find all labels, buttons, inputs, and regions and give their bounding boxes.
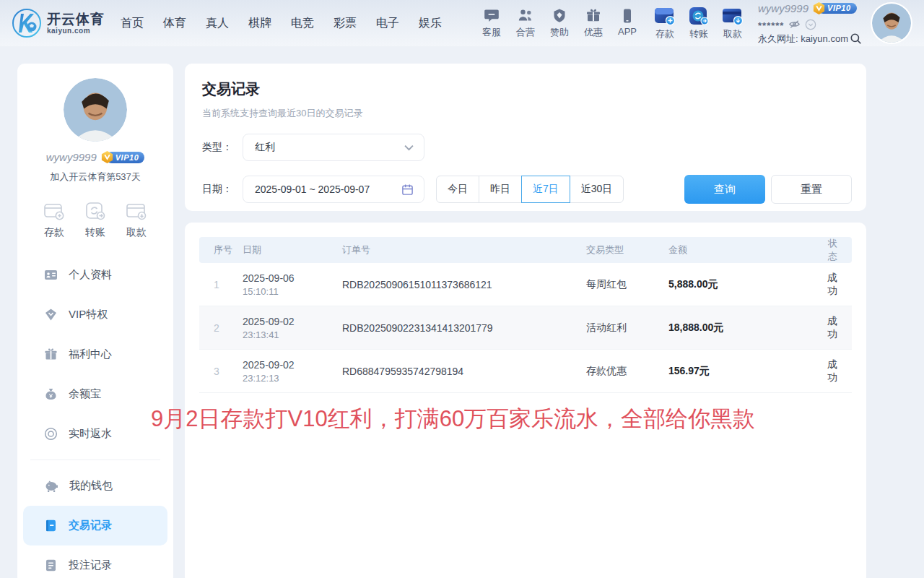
query-button[interactable]: 查询 <box>684 175 765 204</box>
date-label: 日期： <box>202 183 243 196</box>
promotions-button[interactable]: 优惠 <box>584 8 603 39</box>
range-today-button[interactable]: 今日 <box>436 176 479 203</box>
money-pouch-icon <box>44 387 58 401</box>
row-amount: 5,888.00元 <box>668 278 823 291</box>
row-amount: 156.97元 <box>668 365 823 378</box>
date-filter-row: 日期： 2025-09-01 ~ 2025-09-07 今日 昨日 近7日 近3… <box>202 175 852 204</box>
withdraw-card-icon <box>722 6 744 26</box>
page-title: 交易记录 <box>202 79 852 99</box>
row-date: 2025-09-02 <box>243 316 342 327</box>
partnership-button[interactable]: 合营 <box>516 8 535 39</box>
withdraw-button[interactable]: 取款 <box>722 6 744 40</box>
chat-icon <box>484 8 500 24</box>
username: wywy9999 <box>758 3 808 14</box>
range-7days-button[interactable]: 近7日 <box>521 176 570 203</box>
reset-button[interactable]: 重置 <box>771 175 852 204</box>
customer-service-label: 客服 <box>482 26 501 39</box>
search-icon[interactable] <box>850 33 862 45</box>
phone-icon <box>619 8 635 24</box>
transactions-table-card: 序号 日期 订单号 交易类型 金额 状态 1 2025-09-06 15:10:… <box>185 223 866 578</box>
nav-link-home[interactable]: 首页 <box>121 16 144 31</box>
date-range-input[interactable]: 2025-09-01 ~ 2025-09-07 <box>243 176 424 203</box>
sidebar-deposit-button[interactable]: 存款 <box>43 201 65 239</box>
customer-service-button[interactable]: 客服 <box>482 8 501 39</box>
sidebar-item-label: 实时返水 <box>69 427 112 441</box>
member-since-label: 加入开云体育第537天 <box>17 171 173 184</box>
chevron-circle-icon[interactable] <box>805 19 816 30</box>
transfer-icon <box>688 6 710 26</box>
range-30days-button[interactable]: 近30日 <box>570 176 624 203</box>
sidebar-item-welfare[interactable]: 福利中心 <box>17 335 173 374</box>
col-date: 日期 <box>243 243 342 256</box>
col-index: 序号 <box>199 243 243 256</box>
brand-name: 开云体育 <box>47 12 105 26</box>
row-status: 成功 <box>823 358 852 384</box>
nav-link-lottery[interactable]: 彩票 <box>334 16 357 31</box>
eye-off-icon[interactable] <box>788 18 801 30</box>
profile-vip-badge: VIP10 <box>100 150 144 164</box>
sidebar-item-yuebao[interactable]: 余额宝 <box>17 374 173 414</box>
type-filter-row: 类型： 红利 <box>202 134 852 161</box>
app-download-button[interactable]: APP <box>618 8 637 39</box>
deposit-button[interactable]: 存款 <box>654 6 676 40</box>
type-select[interactable]: 红利 <box>243 134 424 161</box>
partnership-label: 合营 <box>516 26 535 39</box>
brand-domain: kaiyun.com <box>47 27 105 35</box>
nav-link-entertainment[interactable]: 娱乐 <box>419 16 442 31</box>
range-yesterday-button[interactable]: 昨日 <box>479 176 522 203</box>
sidebar-item-wallet[interactable]: 我的钱包 <box>17 466 173 506</box>
brand-logo-icon <box>12 8 42 38</box>
card-outline-icon <box>126 201 147 221</box>
sponsor-button[interactable]: 赞助 <box>550 8 569 39</box>
transfer-label: 转账 <box>689 27 708 40</box>
sidebar-item-label: 交易记录 <box>69 519 112 532</box>
diamond-badge-icon <box>552 8 567 24</box>
balance-mask: ****** <box>758 18 784 30</box>
sidebar-item-transactions[interactable]: 交易记录 <box>23 506 167 545</box>
page-subtitle: 当前系统支持查询最近30日的交易记录 <box>202 107 852 120</box>
user-avatar[interactable] <box>872 4 911 43</box>
nav-link-esports[interactable]: 电竞 <box>291 16 314 31</box>
row-status: 成功 <box>823 315 852 341</box>
table-row: 3 2025-09-02 23:12:13 RD6884795935742798… <box>199 350 852 393</box>
sidebar-item-vip[interactable]: VIP特权 <box>17 295 173 335</box>
nav-link-chess[interactable]: 棋牌 <box>248 16 271 31</box>
table-row: 2 2025-09-02 23:13:41 RDB202509022313414… <box>199 306 852 350</box>
type-label: 类型： <box>202 141 243 154</box>
app-label: APP <box>618 26 637 37</box>
navbar-icon-actions: 客服 合营 赞助 优惠 APP <box>482 8 637 39</box>
profile-block: wywy9999 VIP10 加入开云体育第537天 <box>17 78 173 184</box>
nav-link-sports[interactable]: 体育 <box>163 16 186 31</box>
sidebar-transfer-label: 转账 <box>85 226 105 239</box>
row-date: 2025-09-06 <box>243 273 342 283</box>
table-row: 1 2025-09-06 15:10:11 RDB202509061510113… <box>199 263 852 306</box>
sidebar-item-label: 我的钱包 <box>69 479 113 493</box>
type-select-value: 红利 <box>255 141 404 154</box>
row-order-number: RDB20250902231341413201779 <box>342 322 586 334</box>
sidebar-item-bets[interactable]: 投注记录 <box>17 545 173 578</box>
brand-logo[interactable]: 开云体育 kaiyun.com <box>12 8 105 38</box>
sidebar-withdraw-button[interactable]: 取款 <box>126 201 147 239</box>
gem-icon <box>44 308 58 322</box>
sidebar-item-label: 余额宝 <box>69 387 101 401</box>
bet-record-icon <box>44 558 58 572</box>
row-time: 23:13:41 <box>243 330 342 340</box>
sidebar-item-label: VIP特权 <box>69 308 108 322</box>
sidebar-item-profile[interactable]: 个人资料 <box>17 255 173 295</box>
row-order-number: RDB20250906151011373686121 <box>342 279 586 290</box>
deposit-wallet-icon <box>654 6 676 26</box>
sidebar-divider <box>30 460 160 460</box>
sidebar-menu: 个人资料 VIP特权 福利中心 余额宝 <box>17 255 173 578</box>
nav-link-live[interactable]: 真人 <box>206 16 229 31</box>
gift-icon <box>585 8 601 24</box>
sponsor-label: 赞助 <box>550 26 569 39</box>
deposit-label: 存款 <box>655 27 674 40</box>
wallet-outline-icon <box>43 201 65 221</box>
vip-badge: VIP10 <box>812 1 856 15</box>
row-time: 15:10:11 <box>243 287 342 296</box>
sidebar-transfer-button[interactable]: 转账 <box>84 201 106 239</box>
sidebar-item-rebate[interactable]: 实时返水 <box>17 414 173 454</box>
transfer-button[interactable]: 转账 <box>688 6 710 40</box>
rebate-circle-icon <box>44 427 58 441</box>
nav-link-slots[interactable]: 电子 <box>376 16 399 31</box>
